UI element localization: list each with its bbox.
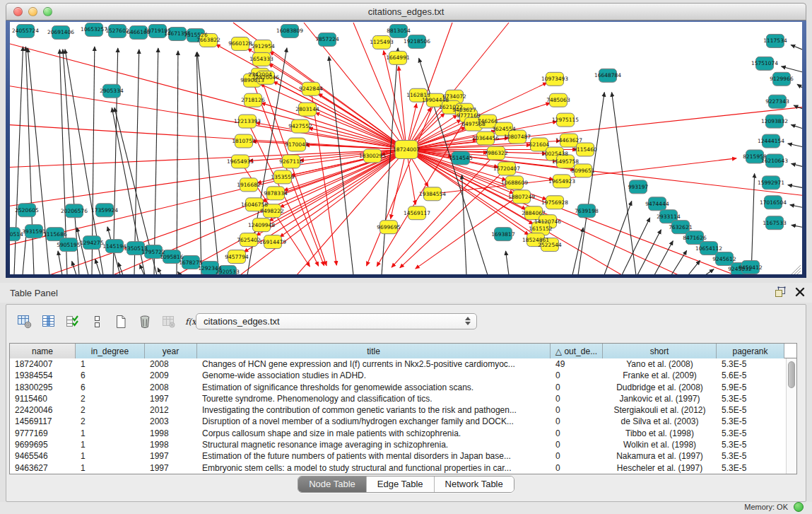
table-cell[interactable]: Franke et al. (2009) [603,370,717,381]
table-cell[interactable]: Jankovic et al. (1997) [603,393,717,404]
float-panel-icon[interactable] [774,286,787,298]
column-header-in_degree[interactable]: in_degree [76,344,145,358]
table-cell[interactable]: 0 [551,393,603,404]
column-header-out_de[interactable]: △ out_de... [551,344,603,358]
network-canvas[interactable]: 1872400724055724206914061065325715276026… [10,22,802,274]
table-cell[interactable]: Tibbo et al. (1998) [603,428,717,439]
table-row[interactable]: 946362711997Embryonic stem cells: a mode… [10,462,796,474]
column-header-short[interactable]: short [603,344,717,358]
table-cell[interactable]: 1997 [145,393,197,404]
close-panel-icon[interactable] [795,287,805,297]
table-mode-icon[interactable] [15,312,35,332]
graph-edge[interactable] [791,124,802,128]
table-cell[interactable]: 0 [551,404,603,416]
table-cell[interactable]: 1997 [145,462,197,474]
graph-edge[interactable] [654,241,673,274]
column-header-year[interactable]: year [145,344,197,358]
table-cell[interactable]: 1997 [145,450,197,462]
graph-edge[interactable] [318,93,406,149]
table-cell[interactable]: 9463627 [10,462,76,474]
graph-edge[interactable] [705,269,714,274]
graph-edge[interactable] [384,51,406,150]
table-row[interactable]: 1872400712008Changes of HCN gene express… [10,358,796,370]
table-cell[interactable]: Hescheler et al. (1997) [603,462,717,474]
table-cell[interactable]: 49 [551,358,603,370]
graph-edge[interactable] [578,93,604,274]
table-cell[interactable]: 22420046 [10,404,76,416]
table-cell[interactable]: 6 [76,382,145,393]
graph-edge[interactable] [399,66,406,150]
table-cell[interactable]: 2003 [145,416,197,427]
table-cell[interactable]: 5.3E-5 [717,358,784,370]
graph-edge[interactable] [788,185,802,188]
select-columns-icon[interactable] [63,312,83,332]
table-cell[interactable]: 5.5E-5 [717,404,784,416]
table-cell[interactable]: 1 [76,439,145,450]
table-cell[interactable]: 2012 [145,404,197,416]
table-cell[interactable]: 0 [551,416,603,427]
row-options-icon[interactable] [87,312,107,332]
create-column-icon[interactable] [111,312,131,332]
table-cell[interactable]: 9465546 [10,450,76,462]
table-vertical-scrollbar[interactable] [786,358,796,474]
table-cell[interactable]: 5.3E-5 [717,416,784,427]
table-cell[interactable]: 9115460 [10,393,76,404]
table-cell[interactable]: 1 [76,462,145,474]
table-cell[interactable]: 0 [551,428,603,439]
table-cell[interactable]: de Silva et al. (2003) [603,416,717,427]
table-cell[interactable]: Changes of HCN gene expression and I(f) … [197,358,551,370]
table-row[interactable]: 2242004622012Investigating the contribut… [10,404,796,416]
graph-edge[interactable] [329,57,353,274]
table-cell[interactable]: 6 [76,370,145,381]
table-cell[interactable]: 0 [551,439,603,450]
table-cell[interactable]: 5.3E-5 [717,439,784,450]
table-cell[interactable]: 0 [551,370,603,381]
graph-edge[interactable] [622,218,650,274]
tab-network-table[interactable]: Network Table [434,477,514,492]
table-cell[interactable]: 2 [76,404,145,416]
table-row[interactable]: 977716911998Corpus callosum shape and si… [10,428,796,439]
table-cell[interactable]: 2008 [145,382,197,393]
scrollbar-thumb[interactable] [788,361,795,388]
table-cell[interactable]: Estimation of significance thresholds fo… [197,382,551,393]
table-cell[interactable]: 5.3E-5 [717,428,784,439]
column-header-pagerank[interactable]: pagerank [717,344,784,358]
tab-node-table[interactable]: Node Table [298,477,366,492]
table-cell[interactable]: 18724007 [10,358,76,370]
table-cell[interactable]: 0 [551,450,603,462]
graph-edge[interactable] [177,51,178,274]
network-graph[interactable]: 1872400724055724206914061065325715276026… [10,22,802,274]
table-cell[interactable]: 14569117 [10,416,76,427]
table-cell[interactable]: Investigating the contribution of common… [197,404,551,416]
graph-edge[interactable] [792,163,802,166]
table-cell[interactable]: Wolkin et al. (1998) [603,439,717,450]
graph-edge[interactable] [154,48,158,274]
graph-edge[interactable] [10,44,406,150]
table-cell[interactable]: 19384554 [10,370,76,381]
table-cell[interactable]: 1998 [145,428,197,439]
table-cell[interactable]: Embryonic stem cells: a model to study s… [197,462,551,474]
graph-edge[interactable] [791,45,802,49]
network-window-titlebar[interactable]: citations_edges.txt [6,3,806,21]
table-cell[interactable]: Disruption of a novel member of a sodium… [197,416,551,427]
table-selector-dropdown[interactable]: citations_edges.txt [196,313,477,329]
graph-edge[interactable] [58,251,62,274]
graph-edge[interactable] [28,48,49,274]
table-cell[interactable]: 5.3E-5 [717,393,784,404]
table-cell[interactable]: Dudbridge et al. (2008) [603,382,717,393]
graph-edge[interactable] [688,260,700,274]
table-cell[interactable]: Tourette syndrome. Phenomenology and cla… [197,393,551,404]
graph-edge[interactable] [797,84,802,87]
table-row[interactable]: 1456911722003Disruption of a novel membe… [10,416,796,427]
table-row[interactable]: 1938455462009Genome-wide association stu… [10,370,796,381]
table-cell[interactable]: Estimation of the future numbers of pati… [197,450,551,462]
table-cell[interactable]: 18300295 [10,382,76,393]
graph-edge[interactable] [782,66,802,72]
table-cell[interactable]: 1 [76,450,145,462]
graph-edge[interactable] [72,261,76,274]
show-columns-icon[interactable] [39,312,59,332]
table-cell[interactable]: 2008 [145,358,197,370]
table-cell[interactable]: 2 [76,416,145,427]
import-table-icon[interactable] [159,312,179,332]
column-header-name[interactable]: name [10,344,76,358]
